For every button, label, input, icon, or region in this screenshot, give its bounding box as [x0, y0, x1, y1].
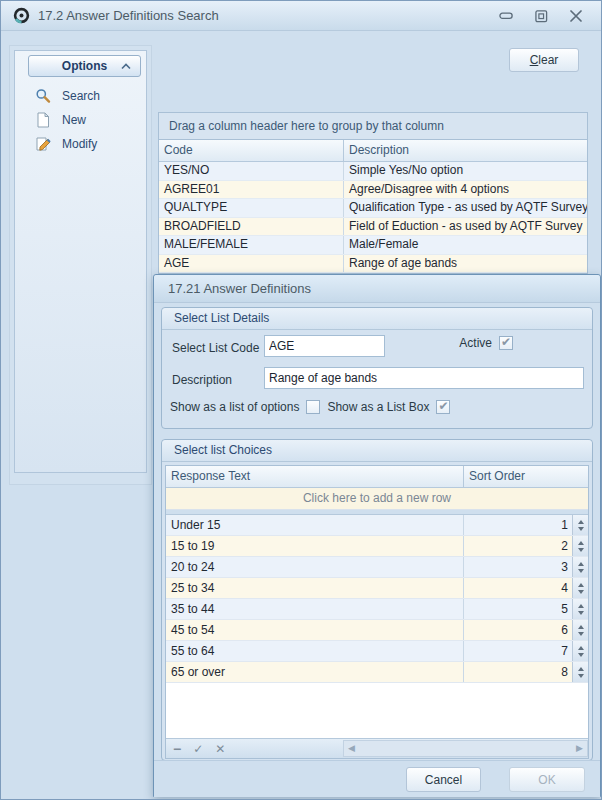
cell-description: Simple Yes/No option — [344, 162, 587, 180]
empty-grid-area — [166, 683, 588, 738]
spin-up-icon[interactable] — [578, 604, 584, 608]
cell-description: Agree/Disagree with 4 options — [344, 181, 587, 199]
show-as-list-box-checkbox[interactable] — [436, 400, 450, 414]
cell-response-text: 25 to 34 — [166, 578, 464, 598]
table-row[interactable]: MALE/FEMALE Male/Female — [159, 236, 587, 255]
spin-up-icon[interactable] — [578, 541, 584, 545]
column-header-sort-order[interactable]: Sort Order — [464, 466, 588, 487]
cell-sort-order: 7 — [464, 641, 572, 661]
options-header-button[interactable]: Options — [28, 55, 141, 77]
spin-up-icon[interactable] — [578, 625, 584, 629]
table-row[interactable]: YES/NO Simple Yes/No option — [159, 162, 587, 181]
list-item[interactable]: 55 to 64 7 — [166, 641, 588, 662]
spin-up-icon[interactable] — [578, 667, 584, 671]
sort-order-spinner[interactable] — [572, 620, 588, 640]
active-label: Active — [459, 336, 492, 350]
select-list-code-label: Select List Code — [172, 337, 259, 359]
table-row[interactable]: AGREE01 Agree/Disagree with 4 options — [159, 181, 587, 200]
spin-up-icon[interactable] — [578, 646, 584, 650]
column-header-code[interactable]: Code — [159, 140, 344, 161]
ok-button[interactable]: OK — [509, 767, 585, 792]
table-row[interactable]: BROADFIELD Field of Eduction - as used b… — [159, 218, 587, 237]
group-by-band[interactable]: Drag a column header here to group by th… — [159, 113, 587, 140]
app-logo-icon — [13, 7, 30, 24]
spin-up-icon[interactable] — [578, 562, 584, 566]
dialog-footer: Cancel OK — [154, 760, 600, 797]
select-list-code-input[interactable] — [264, 335, 385, 357]
window-titlebar: 17.2 Answer Definitions Search — [1, 1, 601, 31]
spin-down-icon[interactable] — [578, 569, 584, 573]
group-caption: Select List Details — [162, 308, 592, 330]
sort-order-spinner[interactable] — [572, 557, 588, 577]
sort-order-spinner[interactable] — [572, 641, 588, 661]
window-title: 17.2 Answer Definitions Search — [38, 8, 219, 23]
cell-description: Range of age bands — [344, 255, 587, 273]
scroll-right-icon[interactable]: ▶ — [572, 741, 587, 756]
column-header-description[interactable]: Description — [344, 140, 587, 161]
clear-label-rest: lear — [538, 53, 558, 67]
list-item[interactable]: 20 to 24 3 — [166, 557, 588, 578]
add-new-row-band[interactable]: Click here to add a new row — [166, 488, 588, 510]
cell-response-text: 35 to 44 — [166, 599, 464, 619]
cell-sort-order: 2 — [464, 536, 572, 556]
minimize-button[interactable] — [497, 8, 515, 24]
options-header-label: Options — [62, 59, 107, 73]
sort-order-spinner[interactable] — [572, 536, 588, 556]
sort-order-spinner[interactable] — [572, 662, 588, 682]
sort-order-spinner[interactable] — [572, 599, 588, 619]
close-button[interactable] — [567, 8, 585, 24]
cell-sort-order: 3 — [464, 557, 572, 577]
sort-order-spinner[interactable] — [572, 578, 588, 598]
sidebar-item-new[interactable]: New — [21, 108, 141, 132]
spin-down-icon[interactable] — [578, 674, 584, 678]
list-item[interactable]: 15 to 19 2 — [166, 536, 588, 557]
table-row[interactable]: AGE Range of age bands — [159, 255, 587, 274]
show-as-list-box-label: Show as a List Box — [327, 400, 429, 414]
sort-order-spinner[interactable] — [572, 515, 588, 535]
answer-definitions-dialog: 17.21 Answer Definitions Select List Det… — [153, 274, 601, 797]
spin-up-icon[interactable] — [578, 520, 584, 524]
spin-down-icon[interactable] — [578, 632, 584, 636]
cell-description: Field of Eduction - as used by AQTF Surv… — [344, 218, 587, 236]
sidebar-item-label: Search — [62, 89, 100, 103]
spin-down-icon[interactable] — [578, 527, 584, 531]
cell-code: AGE — [159, 255, 344, 273]
spin-down-icon[interactable] — [578, 611, 584, 615]
delete-row-button[interactable]: − — [173, 740, 181, 758]
table-row[interactable]: QUALTYPE Qualification Type - as used by… — [159, 199, 587, 218]
sidebar-item-label: New — [62, 113, 86, 127]
cell-code: MALE/FEMALE — [159, 236, 344, 254]
spin-down-icon[interactable] — [578, 590, 584, 594]
list-item[interactable]: Under 15 1 — [166, 515, 588, 536]
cell-response-text: 15 to 19 — [166, 536, 464, 556]
show-options-row: Show as a list of options Show as a List… — [170, 400, 450, 414]
description-input[interactable] — [264, 367, 584, 389]
list-item[interactable]: 35 to 44 5 — [166, 599, 588, 620]
list-item[interactable]: 25 to 34 4 — [166, 578, 588, 599]
maximize-button[interactable] — [532, 8, 550, 24]
list-item[interactable]: 65 or over 8 — [166, 662, 588, 683]
select-list-choices-group: Select list Choices Response Text Sort O… — [161, 439, 593, 761]
options-panel-inner: Options Search New — [14, 50, 147, 473]
sidebar-item-search[interactable]: Search — [21, 84, 141, 108]
window-controls — [497, 1, 585, 31]
select-list-details-group: Select List Details Select List Code Act… — [161, 307, 593, 429]
clear-button[interactable]: Clear — [509, 48, 579, 72]
spin-up-icon[interactable] — [578, 583, 584, 587]
spin-down-icon[interactable] — [578, 653, 584, 657]
cell-response-text: 55 to 64 — [166, 641, 464, 661]
post-edit-button[interactable]: ✓ — [193, 740, 203, 758]
cancel-button[interactable]: Cancel — [406, 767, 481, 792]
show-as-list-of-options-checkbox[interactable] — [306, 400, 320, 414]
cancel-edit-button[interactable]: ✕ — [215, 740, 225, 758]
column-header-response-text[interactable]: Response Text — [166, 466, 464, 487]
active-field: Active — [459, 336, 513, 350]
sidebar-item-modify[interactable]: Modify — [21, 132, 141, 156]
options-panel: Options Search New — [9, 45, 152, 485]
horizontal-scrollbar[interactable]: ◀ ▶ — [343, 740, 588, 757]
cell-code: YES/NO — [159, 162, 344, 180]
list-item[interactable]: 45 to 54 6 — [166, 620, 588, 641]
active-checkbox[interactable] — [499, 336, 513, 350]
spin-down-icon[interactable] — [578, 548, 584, 552]
scroll-left-icon[interactable]: ◀ — [344, 741, 359, 756]
